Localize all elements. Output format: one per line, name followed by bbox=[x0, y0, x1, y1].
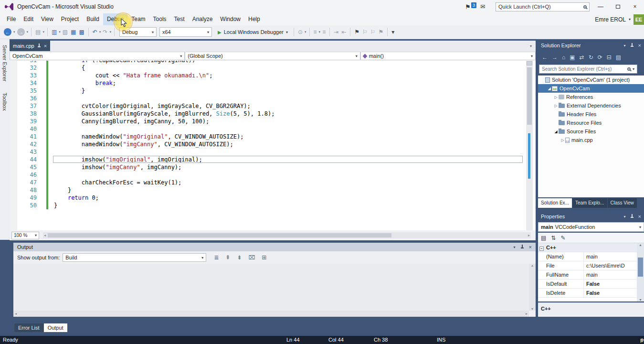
scroll-right-icon[interactable]: ▸ bbox=[527, 233, 531, 237]
tab-solution-ex[interactable]: Solution Ex... bbox=[538, 198, 572, 208]
scroll-left-icon[interactable]: ◂ bbox=[15, 312, 17, 316]
pin-icon[interactable] bbox=[37, 43, 41, 48]
pending-changes-filter-icon[interactable]: ⇄ bbox=[580, 54, 584, 61]
output-content[interactable] bbox=[13, 264, 529, 311]
menu-help[interactable]: Help bbox=[244, 13, 264, 25]
tree-item-solution-opencvcam-1-project[interactable]: Solution 'OpenCvCam' (1 project) bbox=[538, 75, 644, 84]
menu-test[interactable]: Test bbox=[170, 13, 189, 25]
add-item-button[interactable]: ▧ bbox=[62, 28, 69, 36]
menu-edit[interactable]: Edit bbox=[20, 13, 37, 25]
sync-with-active-document-icon[interactable]: ↻ bbox=[589, 54, 593, 61]
signed-in-user[interactable]: Emre EROL bbox=[595, 16, 626, 23]
scroll-down-icon[interactable]: ▼ bbox=[531, 307, 534, 311]
editor-vertical-scrollbar[interactable] bbox=[526, 61, 533, 230]
output-window-button[interactable]: ≡ bbox=[313, 28, 318, 36]
breakpoints-button[interactable]: ⊙ bbox=[297, 28, 304, 36]
editor-horizontal-scrollbar[interactable]: ◂ ▸ bbox=[43, 232, 531, 238]
notifications-icon[interactable]: ⚑3 bbox=[465, 3, 471, 11]
code-text[interactable]: cvtColor(imgOriginal, imgGrayScale, CV_B… bbox=[54, 102, 251, 110]
code-text[interactable]: return 0; bbox=[54, 194, 99, 202]
code-text[interactable]: break; bbox=[54, 79, 116, 87]
home-icon[interactable]: ⌂ bbox=[562, 54, 565, 61]
expand-arrow-icon[interactable]: ▷ bbox=[553, 104, 559, 108]
scroll-left-icon[interactable]: ◂ bbox=[43, 233, 47, 237]
clear-all-icon[interactable]: ⌧ bbox=[248, 254, 255, 261]
pin-icon[interactable] bbox=[630, 43, 634, 48]
code-text[interactable]: { bbox=[54, 64, 85, 72]
project-dropdown[interactable]: OpenCvCam ▾ bbox=[10, 52, 185, 60]
collapse-arrow-icon[interactable]: ◢ bbox=[553, 129, 559, 134]
quick-launch-input[interactable]: Quick Launch (Ctrl+Q) bbox=[496, 2, 590, 11]
menu-view[interactable]: View bbox=[37, 13, 57, 25]
prev-bookmark-button[interactable]: ⚐ bbox=[361, 28, 369, 36]
code-text[interactable]: namedWindow("imgOriginal", CV_WINDOW_AUT… bbox=[54, 133, 243, 140]
solution-configuration-dropdown[interactable]: Debug ▾ bbox=[119, 27, 157, 37]
tab-class-view[interactable]: Class View bbox=[608, 198, 637, 208]
property-row-fullname[interactable]: FullNamemain bbox=[538, 270, 637, 280]
code-text[interactable]: cout << "Hata frame okunamadı.\n"; bbox=[54, 72, 212, 79]
goto-next-message-icon[interactable]: ⇟ bbox=[237, 254, 242, 261]
code-text[interactable]: GaussianBlur(imgGrayScale, imgBlurred, S… bbox=[54, 110, 274, 118]
user-dropdown-caret-icon[interactable]: ▾ bbox=[629, 17, 631, 22]
property-row-name[interactable]: (Name)main bbox=[538, 252, 637, 261]
property-row-isdelete[interactable]: IsDeleteFalse bbox=[538, 289, 637, 298]
property-value[interactable]: False bbox=[584, 289, 637, 298]
categorized-icon[interactable]: ▤ bbox=[541, 235, 546, 241]
property-pages-icon[interactable]: ✎ bbox=[560, 235, 565, 241]
close-button[interactable]: × bbox=[629, 3, 641, 10]
tree-item-main-cpp[interactable]: ▷main.cpp bbox=[538, 136, 644, 144]
properties-header[interactable]: Properties ▾ × bbox=[538, 212, 644, 221]
messages-icon[interactable]: ≣ bbox=[214, 254, 219, 261]
menu-debug[interactable]: Debug bbox=[103, 13, 127, 25]
property-value[interactable]: main bbox=[584, 270, 637, 280]
navigate-to-button[interactable]: ▤ bbox=[34, 28, 42, 36]
dropdown-caret-icon[interactable]: ▾ bbox=[319, 30, 321, 34]
indent-button[interactable]: ⇥ bbox=[333, 28, 339, 36]
server-explorer-tab[interactable]: Server Explorer bbox=[2, 45, 8, 81]
tab-error-list[interactable]: Error List bbox=[14, 323, 43, 332]
code-text[interactable]: namedWindow("imgCanny", CV_WINDOW_AUTOSI… bbox=[54, 140, 233, 148]
solution-explorer-search-input[interactable]: Search Solution Explorer (Ctrl+ş) ▾ bbox=[539, 64, 637, 74]
menu-window[interactable]: Window bbox=[216, 13, 244, 25]
pin-icon[interactable] bbox=[520, 245, 524, 249]
code-text[interactable]: } bbox=[54, 202, 57, 209]
code-text[interactable]: if (!capWebcam.read(imgOriginal)) bbox=[54, 61, 195, 64]
refresh-icon[interactable]: ⟳ bbox=[598, 54, 602, 61]
properties-object-dropdown[interactable]: main VCCodeFunction ▾ bbox=[538, 222, 644, 232]
code-text[interactable]: imshow("imgOriginal", imgOriginal); bbox=[54, 156, 202, 163]
back-icon[interactable]: ← bbox=[542, 54, 548, 61]
dropdown-caret-icon[interactable]: ▾ bbox=[59, 30, 61, 34]
property-row-isdefault[interactable]: IsDefaultFalse bbox=[538, 280, 637, 289]
show-all-files-icon[interactable]: ▤ bbox=[616, 54, 621, 61]
toolbox-tab[interactable]: Toolbox bbox=[2, 93, 8, 111]
property-category-row[interactable]: − C++ bbox=[538, 243, 637, 252]
back-button[interactable]: ← bbox=[3, 27, 12, 37]
scroll-up-icon[interactable]: ▲ bbox=[531, 264, 534, 267]
collapse-all-icon[interactable]: ⊟ bbox=[607, 54, 612, 61]
scrollbar-thumb[interactable] bbox=[638, 258, 643, 277]
tree-item-external-dependencies[interactable]: ▷External Dependencies bbox=[538, 101, 644, 110]
tree-item-source-files[interactable]: ◢Source Files bbox=[538, 127, 644, 136]
dropdown-caret-icon[interactable]: ▾ bbox=[109, 30, 111, 34]
member-dropdown[interactable]: main() ▾ bbox=[360, 52, 536, 60]
pin-icon[interactable] bbox=[630, 214, 634, 219]
expand-arrow-icon[interactable]: ▷ bbox=[560, 138, 565, 142]
code-text[interactable]: charCheckForEsc = waitKey(1); bbox=[54, 179, 181, 186]
outdent-button[interactable]: ⇤ bbox=[340, 28, 347, 36]
scroll-right-icon[interactable]: ▸ bbox=[526, 312, 528, 316]
document-list-caret-icon[interactable]: ▾ bbox=[530, 41, 536, 51]
restore-button[interactable] bbox=[612, 3, 624, 10]
forward-button[interactable]: → bbox=[16, 27, 26, 37]
close-icon[interactable]: × bbox=[638, 214, 641, 219]
next-bookmark-button[interactable]: ⚐ bbox=[370, 28, 377, 36]
toggle-bookmark-button[interactable]: ⚑ bbox=[353, 28, 360, 36]
alphabetical-icon[interactable]: ⇅ bbox=[551, 235, 556, 241]
save-all-button[interactable]: ▩ bbox=[78, 28, 85, 36]
feedback-icon[interactable]: ✉ bbox=[480, 3, 485, 10]
close-icon[interactable]: × bbox=[638, 43, 641, 48]
tree-item-header-files[interactable]: Header Files bbox=[538, 110, 644, 118]
redo-button[interactable]: ↷ bbox=[102, 28, 108, 36]
toggle-word-wrap-icon[interactable]: ⊞ bbox=[262, 254, 266, 261]
scrollbar-thumb[interactable] bbox=[527, 67, 532, 125]
window-position-caret-icon[interactable]: ▾ bbox=[624, 43, 626, 48]
